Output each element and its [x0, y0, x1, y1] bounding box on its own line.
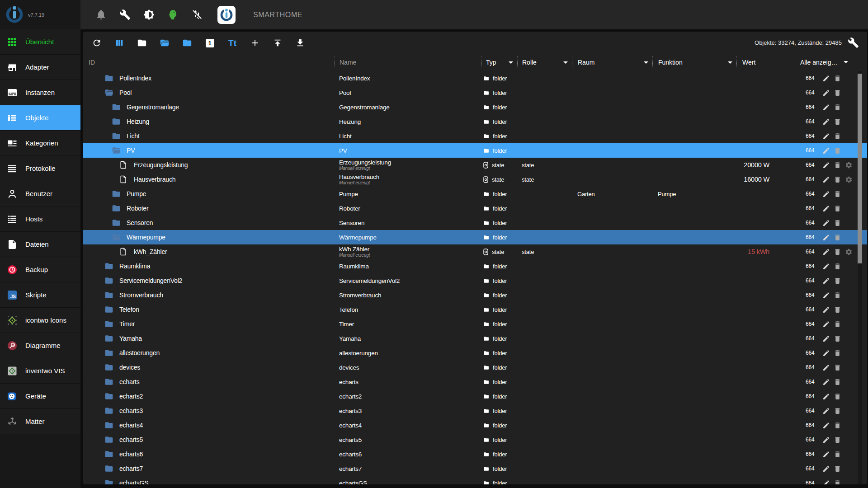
- table-row[interactable]: kWh_ZählerkWh ZählerManuell erzeugtstate…: [83, 244, 867, 259]
- edit-object-button[interactable]: [822, 146, 830, 155]
- sidebar-item-benutzer[interactable]: Benutzer: [0, 181, 80, 206]
- table-row[interactable]: echarts6echarts6folder664: [83, 447, 867, 461]
- table-row[interactable]: echartsGSechartsGSfolder664: [83, 476, 867, 484]
- table-row[interactable]: LichtLichtfolder664: [83, 129, 867, 143]
- delete-object-button[interactable]: [833, 378, 841, 386]
- delete-object-button[interactable]: [833, 146, 841, 155]
- table-row[interactable]: PollenIndexPollenIndexfolder664: [83, 71, 867, 85]
- edit-object-button[interactable]: [822, 219, 830, 227]
- edit-object-button[interactable]: [822, 248, 830, 256]
- sidebar-item-diagramme[interactable]: Diagramme: [0, 333, 80, 358]
- delete-object-button[interactable]: [833, 277, 841, 285]
- expert-mode-button[interactable]: [167, 9, 179, 21]
- table-row[interactable]: echarts4echarts4folder664: [83, 418, 867, 432]
- delete-object-button[interactable]: [833, 161, 841, 169]
- table-row[interactable]: HeizungHeizungfolder664: [83, 114, 867, 129]
- edit-object-button[interactable]: [822, 349, 830, 357]
- delete-object-button[interactable]: [833, 103, 841, 111]
- edit-object-button[interactable]: [822, 465, 830, 473]
- table-row[interactable]: echartsechartsfolder664: [83, 375, 867, 389]
- name-filter-input[interactable]: Name: [335, 56, 478, 68]
- table-row[interactable]: TimerTimerfolder664: [83, 317, 867, 331]
- table-row[interactable]: TelefonTelefonfolder664: [83, 302, 867, 317]
- delete-object-button[interactable]: [833, 421, 841, 429]
- sidebar-item-protokolle[interactable]: Protokolle: [0, 156, 80, 181]
- table-row[interactable]: echarts5echarts5folder664: [83, 432, 867, 447]
- show-filter-select[interactable]: Alle anzeig…: [800, 56, 851, 68]
- delete-object-button[interactable]: [833, 436, 841, 444]
- edit-object-button[interactable]: [822, 117, 830, 126]
- edit-object-button[interactable]: [822, 233, 830, 241]
- state-settings-button[interactable]: [844, 161, 853, 169]
- delete-object-button[interactable]: [833, 305, 841, 314]
- delete-object-button[interactable]: [833, 175, 841, 183]
- table-row[interactable]: echarts3echarts3folder664: [83, 404, 867, 418]
- edit-object-button[interactable]: [822, 320, 830, 328]
- columns-button[interactable]: [114, 38, 125, 48]
- delete-object-button[interactable]: [833, 291, 841, 299]
- sidebar-item-kategorien[interactable]: Kategorien: [0, 131, 80, 156]
- edit-object-button[interactable]: [822, 334, 830, 343]
- collapse-all-button[interactable]: [137, 38, 147, 48]
- delete-object-button[interactable]: [833, 479, 841, 484]
- sidebar-collapse-button[interactable]: [66, 9, 77, 20]
- role-filter-select[interactable]: Rolle: [517, 56, 571, 68]
- edit-object-button[interactable]: [822, 161, 830, 169]
- delete-object-button[interactable]: [833, 363, 841, 371]
- settings-wrench-button[interactable]: [119, 9, 131, 21]
- table-row[interactable]: StromverbrauchStromverbrauchfolder664: [83, 288, 867, 302]
- function-filter-select[interactable]: Funktion: [652, 56, 736, 68]
- delete-object-button[interactable]: [833, 219, 841, 227]
- edit-object-button[interactable]: [822, 436, 830, 444]
- delete-object-button[interactable]: [833, 233, 841, 241]
- table-row[interactable]: PVPVfolder664: [83, 143, 867, 158]
- sidebar-item-icontwo-icons[interactable]: icontwo Icons: [0, 308, 80, 333]
- edit-object-button[interactable]: [822, 175, 830, 183]
- refresh-button[interactable]: [91, 38, 102, 48]
- expand-depth-1-button[interactable]: 1: [204, 38, 215, 48]
- delete-object-button[interactable]: [833, 132, 841, 140]
- edit-object-button[interactable]: [822, 479, 830, 484]
- delete-object-button[interactable]: [833, 349, 841, 357]
- delete-object-button[interactable]: [833, 117, 841, 126]
- sidebar-item-hosts[interactable]: Hosts: [0, 206, 80, 232]
- delete-object-button[interactable]: [833, 465, 841, 473]
- toggle-names-button[interactable]: Tt: [227, 38, 238, 48]
- delete-object-button[interactable]: [833, 320, 841, 328]
- delete-object-button[interactable]: [833, 89, 841, 97]
- table-row[interactable]: PoolPoolfolder664: [83, 85, 867, 100]
- sync-off-button[interactable]: [191, 9, 203, 21]
- edit-object-button[interactable]: [822, 407, 830, 415]
- edit-object-button[interactable]: [822, 103, 830, 111]
- theme-toggle-button[interactable]: [143, 9, 155, 21]
- edit-object-button[interactable]: [822, 262, 830, 270]
- table-row[interactable]: GegenstromanlageGegenstromanlagefolder66…: [83, 100, 867, 114]
- notifications-button[interactable]: [95, 9, 107, 21]
- state-settings-button[interactable]: [844, 248, 853, 256]
- edit-object-button[interactable]: [822, 450, 830, 458]
- sidebar-item-dateien[interactable]: Dateien: [0, 232, 80, 257]
- collapse-branch-button[interactable]: [182, 38, 193, 48]
- table-row[interactable]: echarts7echarts7folder664: [83, 461, 867, 476]
- import-button[interactable]: [272, 38, 283, 48]
- state-settings-button[interactable]: [844, 175, 853, 183]
- table-row[interactable]: devicesdevicesfolder664: [83, 360, 867, 375]
- edit-object-button[interactable]: [822, 190, 830, 198]
- delete-object-button[interactable]: [833, 190, 841, 198]
- expand-all-button[interactable]: [159, 38, 170, 48]
- table-row[interactable]: PumpePumpefolderGartenPumpe664: [83, 187, 867, 201]
- table-row[interactable]: YamahaYamahafolder664: [83, 331, 867, 346]
- delete-object-button[interactable]: [833, 450, 841, 458]
- edit-object-button[interactable]: [822, 204, 830, 212]
- delete-object-button[interactable]: [833, 392, 841, 400]
- vertical-scrollbar[interactable]: [858, 71, 862, 484]
- edit-object-button[interactable]: [822, 74, 830, 82]
- id-filter-input[interactable]: ID: [89, 56, 333, 68]
- edit-object-button[interactable]: [822, 392, 830, 400]
- edit-object-button[interactable]: [822, 277, 830, 285]
- sidebar-item-inventwo-vis[interactable]: inventwo VIS: [0, 358, 80, 384]
- table-row[interactable]: RoboterRoboterfolder664: [83, 201, 867, 216]
- edit-object-button[interactable]: [822, 132, 830, 140]
- sidebar-item-instanzen[interactable]: Instanzen: [0, 80, 80, 105]
- sidebar-item-adapter[interactable]: Adapter: [0, 55, 80, 80]
